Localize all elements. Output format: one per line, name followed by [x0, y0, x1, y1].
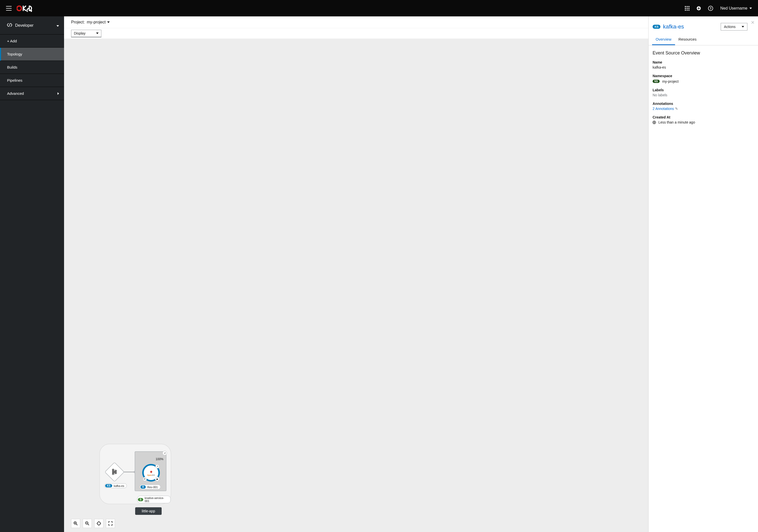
panel-heading: Event Source Overview: [653, 50, 754, 56]
project-name[interactable]: my-project: [87, 20, 106, 24]
zoom-in-button[interactable]: [71, 519, 80, 528]
caret-down-icon: [96, 33, 99, 34]
caret-down-icon: [749, 8, 752, 9]
tab-resources[interactable]: Resources: [675, 35, 700, 45]
fit-to-screen-button[interactable]: [94, 519, 103, 528]
knative-service-node[interactable]: ↗ 100% ✦ OpenJDK ↗ ⟳ ◆: [135, 451, 166, 491]
perspective-label: Developer: [15, 23, 56, 28]
svg-rect-5: [687, 8, 688, 9]
app-launcher-icon[interactable]: [685, 6, 689, 11]
knative-service-label[interactable]: S knative-service-001: [137, 496, 171, 503]
panel-title[interactable]: kafka-es: [663, 23, 721, 30]
field-namespace-value[interactable]: my-project: [662, 80, 678, 83]
open-url-icon[interactable]: ↗: [162, 451, 167, 455]
svg-rect-7: [685, 10, 686, 11]
svg-point-16: [115, 470, 117, 472]
details-panel: × KS kafka-es Actions Overview Resources…: [648, 17, 758, 532]
kafka-icon: [112, 469, 118, 476]
annotations-link[interactable]: 2 Annotations: [653, 107, 674, 111]
open-url-icon[interactable]: ↗: [155, 464, 159, 468]
resource-badge: KS: [653, 25, 660, 29]
sidebar-item-builds[interactable]: Builds: [0, 61, 64, 74]
reset-view-button[interactable]: [106, 519, 115, 528]
actions-dropdown[interactable]: Actions: [721, 23, 747, 30]
field-name-label: Name: [653, 60, 754, 64]
svg-rect-9: [688, 10, 689, 11]
svg-rect-3: [688, 6, 689, 7]
sidebar: Developer + Add Topology Builds Pipeline…: [0, 17, 64, 532]
svg-point-14: [113, 471, 114, 473]
panel-body: Event Source Overview Name kafka-es Name…: [649, 46, 758, 134]
traffic-percent: 100%: [155, 457, 163, 461]
svg-rect-2: [687, 6, 688, 7]
chevron-right-icon: [57, 91, 59, 96]
field-namespace-label: Namespace: [653, 74, 754, 78]
sidebar-item-topology[interactable]: Topology: [0, 48, 64, 61]
masthead: ? Ned Username: [0, 0, 758, 17]
topology-canvas[interactable]: KS kafka-es ↗ 100% ✦ OpenJDK: [64, 39, 648, 532]
svg-rect-8: [687, 10, 688, 11]
zoom-out-button[interactable]: [83, 519, 92, 528]
add-icon[interactable]: [697, 6, 701, 11]
panel-tabs: Overview Resources: [649, 35, 758, 46]
svg-point-17: [115, 472, 117, 474]
namespace-badge: NS: [653, 80, 660, 83]
kafka-source-label[interactable]: KS kafka-es: [104, 483, 127, 488]
field-name-value: kafka-es: [653, 65, 754, 69]
display-dropdown[interactable]: Display: [71, 30, 101, 37]
sidebar-item-pipelines[interactable]: Pipelines: [0, 74, 64, 87]
sidebar-item-add[interactable]: + Add: [0, 35, 64, 48]
display-bar: Display: [64, 28, 648, 39]
main-content: Project: my-project Display: [64, 17, 648, 532]
build-status-icon[interactable]: ⟳: [143, 477, 147, 481]
zoom-controls: [71, 519, 115, 528]
sidebar-item-advanced[interactable]: Advanced: [0, 87, 64, 100]
field-labels-value: No labels: [653, 93, 754, 97]
svg-point-15: [113, 473, 114, 475]
field-created-label: Created At: [653, 115, 754, 119]
project-label: Project:: [71, 20, 85, 24]
openjdk-icon: ✦ OpenJDK: [147, 470, 155, 476]
field-annotations-label: Annotations: [653, 102, 754, 106]
svg-rect-1: [685, 6, 686, 7]
field-labels-label: Labels: [653, 88, 754, 92]
user-name: Ned Username: [720, 6, 747, 11]
svg-rect-6: [688, 8, 689, 9]
help-icon[interactable]: ?: [708, 6, 713, 11]
perspective-switcher[interactable]: Developer: [0, 17, 64, 35]
brand-logo: [17, 5, 33, 12]
svg-point-0: [17, 6, 21, 11]
close-panel-button[interactable]: ×: [751, 19, 754, 26]
svg-point-13: [113, 469, 114, 471]
kafka-source-node[interactable]: [107, 465, 121, 479]
project-bar: Project: my-project: [64, 17, 648, 28]
svg-rect-4: [685, 8, 686, 9]
user-menu[interactable]: Ned Username: [720, 6, 752, 11]
git-icon[interactable]: ◆: [155, 476, 160, 482]
tab-overview[interactable]: Overview: [652, 35, 675, 45]
field-created-value: Less than a minute ago: [658, 120, 695, 124]
nav-toggle-button[interactable]: [6, 6, 12, 11]
revision-node[interactable]: ✦ OpenJDK ↗ ⟳ ◆: [142, 464, 160, 482]
caret-down-icon[interactable]: [107, 21, 110, 23]
caret-down-icon: [56, 23, 59, 27]
caret-down-icon: [741, 26, 744, 27]
svg-text:?: ?: [709, 7, 711, 10]
app-group[interactable]: KS kafka-es ↗ 100% ✦ OpenJDK: [99, 444, 171, 504]
revision-label[interactable]: R Rev-001: [140, 484, 161, 489]
globe-icon: [653, 120, 657, 124]
code-icon: [7, 23, 12, 27]
edit-icon[interactable]: ✎: [675, 107, 678, 111]
app-group-label[interactable]: little-app: [135, 507, 162, 515]
